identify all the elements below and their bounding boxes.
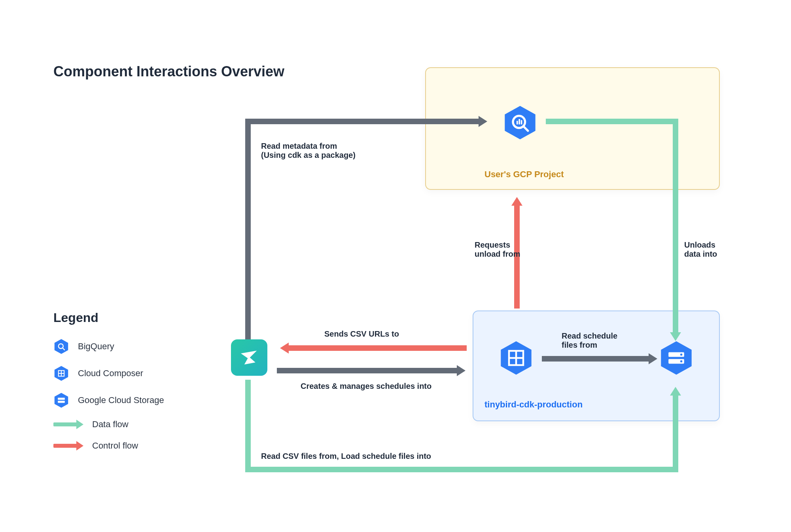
legend: Legend BigQuery Cloud Composer: [53, 310, 196, 462]
flow-read-metadata-h: [245, 119, 479, 124]
flow-read-csv-h: [245, 467, 678, 472]
legend-label: Cloud Composer: [78, 368, 143, 379]
data-flow-arrow-icon: [53, 422, 78, 426]
svg-rect-4: [519, 119, 520, 125]
legend-item-gcs: Google Cloud Storage: [53, 392, 196, 408]
flow-sends-csv-label: Sends CSV URLs to: [324, 329, 399, 339]
bigquery-node: [502, 105, 538, 140]
bigquery-icon: [53, 339, 69, 354]
flow-read-metadata-label: Read metadata from (Using cdk as a packa…: [261, 142, 356, 160]
legend-label: Data flow: [92, 419, 129, 430]
flow-read-csv-v2: [673, 396, 678, 472]
flow-unloads-data-h: [546, 119, 678, 124]
svg-rect-3: [517, 121, 518, 125]
legend-item-control-flow: Control flow: [53, 441, 196, 451]
group-tinybird-cdk-label: tinybird-cdk-production: [484, 399, 583, 410]
flow-creates-manages: [277, 368, 457, 373]
svg-point-13: [680, 354, 682, 356]
legend-label: BigQuery: [78, 341, 114, 352]
legend-item-data-flow: Data flow: [53, 419, 196, 430]
flow-unloads-data-arrowhead: [670, 332, 681, 341]
cloud-composer-icon: [498, 340, 534, 376]
flow-read-schedule-arrowhead: [649, 353, 657, 364]
svg-rect-23: [58, 398, 65, 400]
control-flow-arrow-icon: [53, 444, 78, 448]
flow-requests-unload-arrowhead: [511, 197, 522, 206]
flow-unloads-data-label: Unloads data into: [684, 240, 717, 259]
svg-rect-5: [521, 120, 522, 125]
flow-read-schedule: [542, 356, 649, 362]
legend-item-cloud-composer: Cloud Composer: [53, 365, 196, 381]
svg-marker-22: [55, 393, 68, 408]
flow-read-schedule-label: Read schedule files from: [562, 331, 617, 350]
bigquery-icon: [502, 105, 538, 140]
svg-point-14: [680, 360, 682, 362]
flow-read-csv-v1: [245, 380, 251, 467]
svg-marker-10: [661, 341, 691, 375]
flow-unloads-data-v: [673, 119, 678, 332]
gcs-icon: [53, 392, 69, 408]
legend-item-bigquery: BigQuery: [53, 339, 196, 354]
svg-marker-15: [55, 339, 68, 354]
flow-sends-csv-arrowhead: [280, 343, 289, 354]
flow-read-metadata-v: [245, 119, 251, 340]
svg-rect-24: [58, 401, 65, 403]
gcs-node: [659, 340, 694, 376]
group-user-gcp-label: User's GCP Project: [484, 169, 564, 180]
flow-sends-csv: [289, 345, 467, 351]
flow-requests-unload-label: Requests unload from: [475, 240, 520, 259]
legend-label: Control flow: [92, 441, 138, 451]
cloud-composer-icon: [53, 365, 69, 381]
gcs-icon: [659, 340, 694, 376]
legend-title: Legend: [53, 310, 196, 325]
legend-label: Google Cloud Storage: [78, 395, 164, 405]
flow-read-metadata-arrowhead: [479, 116, 487, 127]
flow-read-csv-label: Read CSV files from, Load schedule files…: [261, 452, 431, 461]
page-title: Component Interactions Overview: [53, 63, 284, 80]
flow-read-csv-arrowhead: [670, 387, 681, 396]
tinybird-node: [231, 339, 267, 376]
tinybird-icon: [238, 346, 260, 369]
flow-creates-manages-label: Creates & manages schedules into: [301, 382, 431, 391]
flow-creates-manages-arrowhead: [457, 365, 466, 376]
cloud-composer-node: [498, 340, 534, 376]
